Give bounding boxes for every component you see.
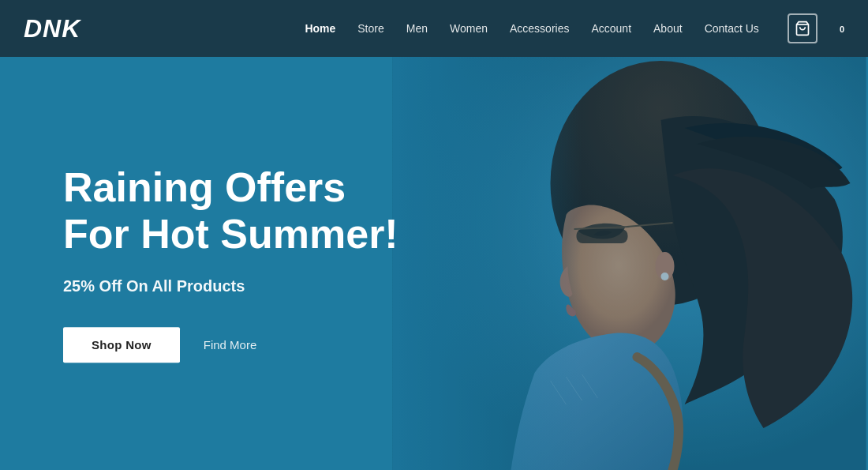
find-more-button[interactable]: Find More	[204, 338, 257, 352]
nav-link-about[interactable]: About	[653, 22, 683, 35]
hero-title: Raining Offers For Hot Summer!	[63, 164, 398, 259]
navbar: DNK Home Store Men Women Accessories Acc…	[0, 0, 868, 57]
cart-icon[interactable]	[788, 13, 817, 43]
cart-count: 0	[840, 24, 844, 34]
nav-link-store[interactable]: Store	[357, 22, 383, 35]
nav-link-contact[interactable]: Contact Us	[705, 22, 759, 35]
nav-menu: Home Store Men Women Accessories Account…	[305, 13, 844, 43]
nav-link-women[interactable]: Women	[450, 22, 488, 35]
cart-count-display: 0	[840, 21, 844, 36]
hero-subtitle: 25% Off On All Products	[63, 277, 398, 295]
hero-buttons: Shop Now Find More	[63, 327, 398, 363]
nav-item-women[interactable]: Women	[450, 21, 488, 36]
nav-link-accessories[interactable]: Accessories	[510, 22, 569, 35]
hero-title-line2: For Hot Summer!	[63, 212, 398, 258]
hero-person-illustration	[391, 57, 868, 470]
nav-link-home[interactable]: Home	[305, 22, 335, 35]
hero-section: Raining Offers For Hot Summer! 25% Off O…	[0, 57, 868, 470]
nav-item-home[interactable]: Home	[305, 21, 335, 36]
nav-item-men[interactable]: Men	[406, 21, 428, 36]
nav-item-store[interactable]: Store	[357, 21, 383, 36]
shop-now-button[interactable]: Shop Now	[63, 327, 180, 363]
cart-button[interactable]	[781, 13, 817, 43]
nav-item-account[interactable]: Account	[591, 21, 631, 36]
hero-image-container	[391, 57, 868, 470]
hero-title-line1: Raining Offers	[63, 164, 346, 210]
nav-item-contact[interactable]: Contact Us	[705, 21, 759, 36]
nav-item-accessories[interactable]: Accessories	[510, 21, 569, 36]
nav-link-account[interactable]: Account	[591, 22, 631, 35]
hero-content: Raining Offers For Hot Summer! 25% Off O…	[63, 164, 398, 363]
nav-item-about[interactable]: About	[653, 21, 683, 36]
nav-link-men[interactable]: Men	[406, 22, 428, 35]
shopping-bag-icon	[795, 21, 810, 36]
brand-logo[interactable]: DNK	[24, 14, 80, 43]
svg-rect-13	[393, 57, 866, 470]
